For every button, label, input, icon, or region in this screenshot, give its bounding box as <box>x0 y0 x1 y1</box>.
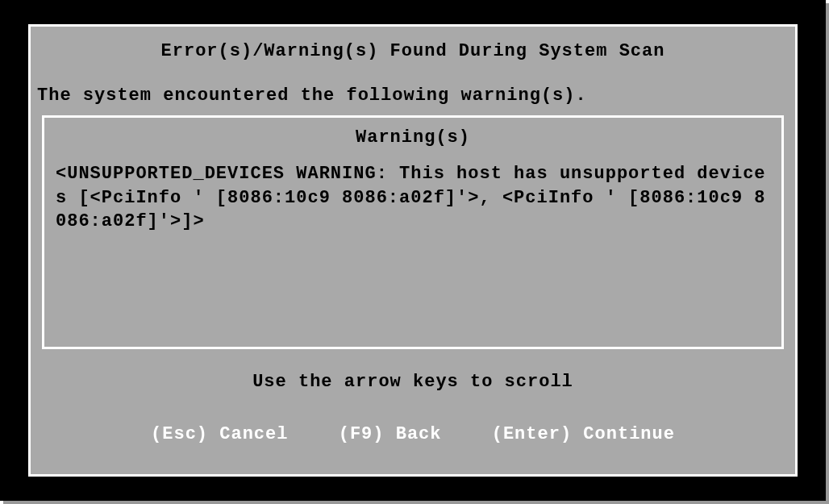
warning-body: <UNSUPPORTED_DEVICES WARNING: This host … <box>56 162 770 234</box>
continue-action[interactable]: (Enter) Continue <box>492 424 675 444</box>
warning-header: Warning(s) <box>56 127 770 148</box>
key-bar: (Esc) Cancel (F9) Back (Enter) Continue <box>37 424 789 444</box>
cancel-action[interactable]: (Esc) Cancel <box>151 424 288 444</box>
terminal-screen: Error(s)/Warning(s) Found During System … <box>0 0 826 501</box>
dialog-title: Error(s)/Warning(s) Found During System … <box>37 41 789 61</box>
intro-text: The system encountered the following war… <box>37 85 789 106</box>
warning-box[interactable]: Warning(s) <UNSUPPORTED_DEVICES WARNING:… <box>42 115 784 349</box>
back-action[interactable]: (F9) Back <box>339 424 442 444</box>
scroll-hint: Use the arrow keys to scroll <box>37 372 789 392</box>
system-scan-dialog: Error(s)/Warning(s) Found During System … <box>28 24 798 477</box>
